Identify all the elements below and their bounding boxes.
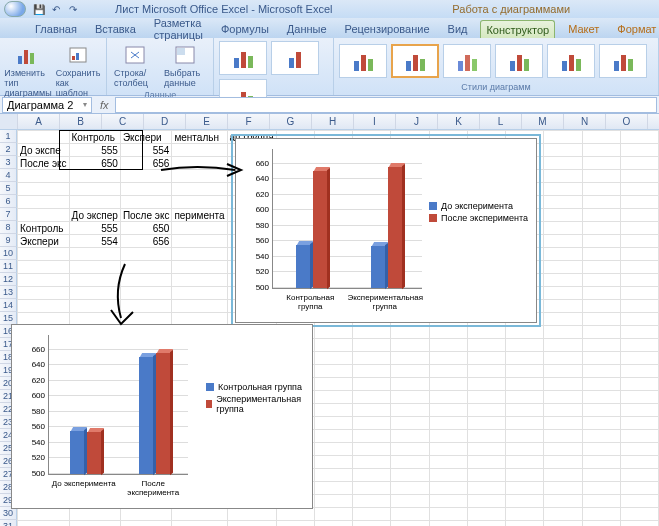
cell-B5[interactable] — [69, 183, 120, 196]
cell-M27[interactable] — [544, 469, 582, 482]
cell-B10[interactable] — [69, 248, 120, 261]
bar[interactable] — [70, 431, 84, 474]
chart-layout-1[interactable] — [219, 41, 267, 75]
cell-O30[interactable] — [620, 508, 658, 521]
cell-M20[interactable] — [544, 378, 582, 391]
cell-O15[interactable] — [620, 313, 658, 326]
cell-G21[interactable] — [314, 391, 352, 404]
cell-L25[interactable] — [506, 443, 544, 456]
cell-B2[interactable]: 555 — [69, 144, 120, 157]
cell-N1[interactable] — [582, 131, 620, 144]
cell-M2[interactable] — [544, 144, 582, 157]
cell-N9[interactable] — [582, 235, 620, 248]
cell-H21[interactable] — [353, 391, 391, 404]
tab-format[interactable]: Формат — [612, 20, 659, 38]
cell-O14[interactable] — [620, 300, 658, 313]
worksheet-grid[interactable]: ABCDEFGHIJKLMNO 123456789101112131415161… — [0, 114, 659, 526]
cell-C31[interactable] — [120, 521, 172, 527]
col-header-H[interactable]: H — [312, 114, 354, 129]
cell-O16[interactable] — [620, 326, 658, 339]
cell-I28[interactable] — [391, 482, 429, 495]
col-header-N[interactable]: N — [564, 114, 606, 129]
cell-J30[interactable] — [429, 508, 467, 521]
undo-icon[interactable]: ↶ — [49, 2, 63, 16]
cell-K27[interactable] — [467, 469, 505, 482]
cell-B13[interactable] — [69, 287, 120, 300]
cell-F30[interactable] — [276, 508, 314, 521]
cell-N29[interactable] — [582, 495, 620, 508]
col-header-L[interactable]: L — [480, 114, 522, 129]
cell-H25[interactable] — [353, 443, 391, 456]
tab-view[interactable]: Вид — [443, 20, 473, 38]
chart-style-5[interactable] — [547, 44, 595, 78]
row-header-1[interactable]: 1 — [0, 130, 17, 143]
chart-object-2[interactable]: 500520540560580600620640660До эксперимен… — [11, 324, 313, 509]
cell-I26[interactable] — [391, 456, 429, 469]
cell-J28[interactable] — [429, 482, 467, 495]
cell-H30[interactable] — [353, 508, 391, 521]
cell-J21[interactable] — [429, 391, 467, 404]
cell-L17[interactable] — [506, 339, 544, 352]
cell-D3[interactable] — [172, 157, 227, 170]
cell-A4[interactable] — [18, 170, 70, 183]
col-header-C[interactable]: C — [102, 114, 144, 129]
cell-M19[interactable] — [544, 365, 582, 378]
cell-D13[interactable] — [172, 287, 227, 300]
cell-C9[interactable]: 656 — [120, 235, 172, 248]
cell-C11[interactable] — [120, 261, 172, 274]
col-header-D[interactable]: D — [144, 114, 186, 129]
cell-C1[interactable]: Экспери — [120, 131, 172, 144]
cell-M25[interactable] — [544, 443, 582, 456]
cell-J18[interactable] — [429, 352, 467, 365]
cell-J23[interactable] — [429, 417, 467, 430]
cell-M9[interactable] — [544, 235, 582, 248]
cell-N11[interactable] — [582, 261, 620, 274]
cell-O1[interactable] — [620, 131, 658, 144]
tab-data[interactable]: Данные — [282, 20, 332, 38]
cell-N21[interactable] — [582, 391, 620, 404]
cell-B3[interactable]: 650 — [69, 157, 120, 170]
cell-C30[interactable] — [120, 508, 172, 521]
col-header-K[interactable]: K — [438, 114, 480, 129]
cell-A9[interactable]: Экспери — [18, 235, 70, 248]
cell-L29[interactable] — [506, 495, 544, 508]
tab-insert[interactable]: Вставка — [90, 20, 141, 38]
cell-L19[interactable] — [506, 365, 544, 378]
cell-B8[interactable]: 555 — [69, 222, 120, 235]
cell-I18[interactable] — [391, 352, 429, 365]
select-data-button[interactable]: Выбрать данные — [161, 40, 209, 90]
cell-M16[interactable] — [544, 326, 582, 339]
cell-O25[interactable] — [620, 443, 658, 456]
cell-N4[interactable] — [582, 170, 620, 183]
cell-M18[interactable] — [544, 352, 582, 365]
row-header-6[interactable]: 6 — [0, 195, 17, 208]
row-header-13[interactable]: 13 — [0, 286, 17, 299]
cell-C6[interactable] — [120, 196, 172, 209]
cell-E31[interactable] — [227, 521, 276, 527]
cell-D5[interactable] — [172, 183, 227, 196]
cell-M7[interactable] — [544, 209, 582, 222]
cell-H20[interactable] — [353, 378, 391, 391]
cell-A12[interactable] — [18, 274, 70, 287]
cell-L18[interactable] — [506, 352, 544, 365]
cell-J22[interactable] — [429, 404, 467, 417]
cell-G29[interactable] — [314, 495, 352, 508]
bar[interactable] — [388, 167, 402, 288]
cell-I25[interactable] — [391, 443, 429, 456]
cell-O6[interactable] — [620, 196, 658, 209]
cell-A7[interactable] — [18, 209, 70, 222]
chart-style-3[interactable] — [443, 44, 491, 78]
cell-N26[interactable] — [582, 456, 620, 469]
cell-H29[interactable] — [353, 495, 391, 508]
cell-M29[interactable] — [544, 495, 582, 508]
cell-M24[interactable] — [544, 430, 582, 443]
cell-J17[interactable] — [429, 339, 467, 352]
cell-O8[interactable] — [620, 222, 658, 235]
cell-A1[interactable] — [18, 131, 70, 144]
cell-C3[interactable]: 656 — [120, 157, 172, 170]
cell-M3[interactable] — [544, 157, 582, 170]
cell-O22[interactable] — [620, 404, 658, 417]
cell-N6[interactable] — [582, 196, 620, 209]
row-header-14[interactable]: 14 — [0, 299, 17, 312]
cell-G30[interactable] — [314, 508, 352, 521]
